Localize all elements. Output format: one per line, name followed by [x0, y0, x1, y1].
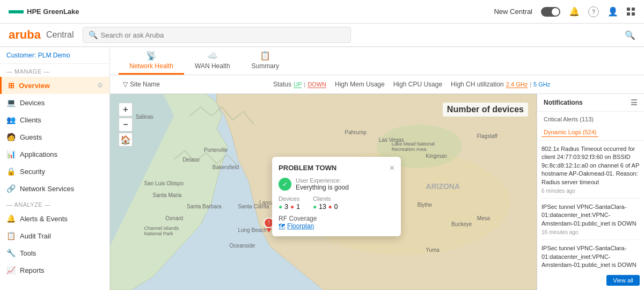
sidebar-item-label-applications: Applications: [20, 150, 57, 158]
manage-section-label: — Manage —: [0, 64, 109, 77]
new-central-toggle[interactable]: [541, 7, 560, 17]
sidebar-item-applications[interactable]: 📊 Applications: [0, 146, 109, 163]
sidebar-item-devices[interactable]: 💻 Devices: [0, 94, 109, 111]
clients-green-count: 13: [319, 203, 326, 211]
popup-ux-section: ✓ User Experience: Everything is good: [279, 177, 394, 191]
ch-5ghz-tab[interactable]: 5 GHz: [533, 81, 550, 88]
sidebar-item-security[interactable]: 🔒 Security: [0, 163, 109, 180]
popup-rf-section: RF Coverage: [279, 215, 394, 222]
popup-devices-label: Devices: [279, 195, 300, 202]
sidebar-item-label-clients: Clients: [20, 116, 41, 124]
status-down-btn[interactable]: DOWN: [308, 81, 326, 88]
status-up-btn[interactable]: UP: [294, 81, 302, 88]
summary-tab-icon: 📋: [260, 50, 270, 61]
guests-icon: 🧑: [6, 133, 16, 141]
tab-summary[interactable]: 📋 Summary: [241, 47, 290, 75]
notifications-list-icon[interactable]: ☰: [631, 98, 638, 107]
sidebar: Customer: PLM Demo — Manage — ⊞ Overview…: [0, 47, 110, 290]
overview-settings-icon[interactable]: ⚙: [97, 82, 103, 89]
pin-tail: [266, 228, 272, 233]
network-health-tab-icon: 📡: [146, 50, 157, 61]
ux-status: Everything is good: [296, 184, 349, 191]
notif-time-2: 17 minutes ago: [541, 270, 640, 271]
dynamic-logs-tab[interactable]: Dynamic Logs (524): [541, 128, 598, 137]
sidebar-item-clients[interactable]: 👥 Clients: [0, 111, 109, 128]
aruba-bar: aruba Central 🔍 🔍: [0, 24, 644, 47]
filter-icon[interactable]: ▽: [123, 81, 128, 88]
sidebar-item-alerts[interactable]: 🔔 Alerts & Events: [0, 210, 109, 227]
table-header: ▽ Site Name Status UP | DOWN High Mem Us…: [110, 75, 644, 94]
popup-devices-section: Devices ● 3 ● 1: [279, 195, 300, 211]
new-central-label: New Central: [494, 8, 532, 16]
content-area: Las Vegas Pahrump Bakersfield Portervill…: [110, 94, 644, 290]
devices-green-dot: ●: [279, 203, 282, 211]
hpe-logo-bar-icon: [9, 10, 24, 13]
clients-red-count: 0: [334, 203, 338, 211]
notif-text-1: IPSec tunnel VPNC-SantaClara-01:datacent…: [541, 203, 640, 228]
wan-health-tab-icon: ☁️: [207, 50, 218, 61]
ch-24ghz-tab[interactable]: 2.4 GHz: [506, 81, 528, 88]
central-text: Central: [46, 30, 74, 40]
floorplan-link[interactable]: 🗺 Floorplan: [279, 222, 394, 230]
sidebar-item-network-services[interactable]: 🔗 Network Services: [0, 180, 109, 197]
top-bar-left: HPE GreenLake: [9, 8, 79, 16]
sidebar-item-label-audit: Audit Trail: [20, 232, 51, 240]
zoom-out-button[interactable]: −: [119, 118, 133, 132]
notifications-header: Notifications ☰: [537, 94, 644, 112]
search-input[interactable]: [101, 31, 345, 39]
hpe-logo: HPE GreenLake: [9, 8, 79, 16]
notification-message-0: 802.1x Radius Timeout occurred for clien…: [541, 145, 640, 199]
notif-time-0: 6 minutes ago: [541, 187, 640, 195]
high-ch-label: High CH utilization: [451, 81, 504, 88]
overview-icon: ⊞: [8, 81, 14, 90]
ux-status-circle: ✓: [279, 178, 291, 191]
layout: Customer: PLM Demo — Manage — ⊞ Overview…: [0, 47, 644, 290]
popup-clients-stats: ● 13 ● 0: [313, 203, 338, 211]
hpe-greenlake-label: HPE GreenLake: [27, 8, 79, 16]
search-bar[interactable]: 🔍: [83, 27, 351, 43]
sidebar-item-tools[interactable]: 🔧 Tools: [0, 244, 109, 262]
rf-coverage-label: RF Coverage: [279, 215, 317, 222]
map-area: Las Vegas Pahrump Bakersfield Portervill…: [110, 94, 537, 290]
tools-icon: 🔧: [6, 249, 16, 257]
tab-network-health-label: Network Health: [129, 62, 173, 70]
network-services-icon: 🔗: [6, 184, 16, 193]
sidebar-item-overview[interactable]: ⊞ Overview ⚙: [0, 77, 109, 94]
popup-clients-section: Clients ● 13 ● 0: [313, 195, 338, 211]
ux-label: User Experience:: [296, 177, 349, 184]
popup-ux-text: User Experience: Everything is good: [296, 177, 349, 191]
help-icon[interactable]: ?: [588, 6, 599, 17]
sidebar-item-guests[interactable]: 🧑 Guests: [0, 128, 109, 146]
user-icon[interactable]: 👤: [608, 6, 618, 17]
status-toggle: UP | DOWN: [294, 81, 326, 88]
applications-icon: 📊: [6, 150, 16, 158]
critical-alerts-tab[interactable]: Critical Alerts (113): [541, 115, 596, 124]
devices-red-count: 1: [296, 203, 300, 211]
status-label: Status: [273, 81, 291, 88]
home-button[interactable]: 🏠: [119, 133, 133, 147]
ch-frequency-tabs: 2.4 GHz | 5 GHz: [506, 81, 550, 88]
tab-wan-health[interactable]: ☁️ WAN Health: [184, 47, 241, 75]
zoom-in-button[interactable]: +: [119, 103, 133, 117]
notif-text-2: IPSec tunnel VPNC-SantaClara-01:datacent…: [541, 244, 640, 269]
notifications-messages: 802.1x Radius Timeout occurred for clien…: [537, 141, 644, 271]
sidebar-item-audit-trail[interactable]: 📋 Audit Trail: [0, 227, 109, 244]
search-submit-icon[interactable]: 🔍: [625, 30, 635, 40]
notification-icon[interactable]: 🔔: [569, 6, 580, 17]
popup-stats-row: Devices ● 3 ● 1 Clients: [279, 195, 394, 211]
sidebar-item-reports[interactable]: 📈 Reports: [0, 262, 109, 279]
floorplan-label: Floorplan: [287, 222, 314, 230]
customer-name[interactable]: PLM Demo: [38, 52, 70, 59]
popup-close-button[interactable]: ×: [390, 163, 394, 173]
audit-icon: 📋: [6, 231, 16, 240]
site-name-column: ▽ Site Name: [119, 78, 269, 90]
status-column: Status UP | DOWN: [269, 78, 331, 90]
sidebar-item-label-alerts: Alerts & Events: [20, 215, 68, 223]
map-background: Las Vegas Pahrump Bakersfield Portervill…: [110, 94, 537, 290]
tab-network-health[interactable]: 📡 Network Health: [119, 47, 184, 75]
view-all-button[interactable]: View all: [606, 275, 640, 286]
sidebar-item-label-network-services: Network Services: [20, 185, 74, 193]
popup-devices-stats: ● 3 ● 1: [279, 203, 300, 211]
notification-message-2: IPSec tunnel VPNC-SantaClara-01:datacent…: [541, 244, 640, 271]
apps-grid-icon[interactable]: [627, 8, 635, 16]
